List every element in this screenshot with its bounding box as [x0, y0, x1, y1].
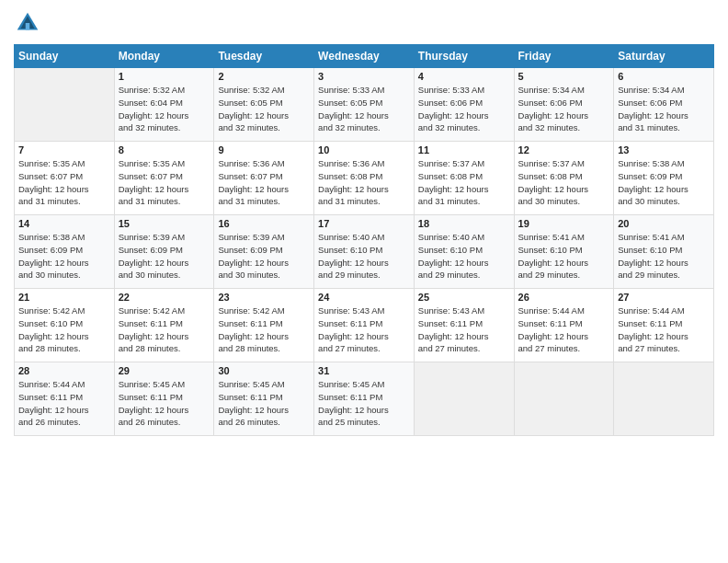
calendar-cell: 19Sunrise: 5:41 AMSunset: 6:10 PMDayligh…: [514, 215, 614, 289]
calendar-cell: 23Sunrise: 5:42 AMSunset: 6:11 PMDayligh…: [214, 289, 314, 362]
day-number: 15: [119, 218, 210, 229]
day-number: 13: [618, 144, 710, 155]
day-info: Sunrise: 5:36 AMSunset: 6:07 PMDaylight:…: [218, 157, 310, 208]
header-cell-sunday: Sunday: [15, 45, 115, 68]
calendar-cell: 11Sunrise: 5:37 AMSunset: 6:08 PMDayligh…: [414, 142, 514, 215]
day-number: 22: [119, 292, 210, 303]
day-info: Sunrise: 5:36 AMSunset: 6:08 PMDaylight:…: [318, 157, 410, 208]
day-info: Sunrise: 5:44 AMSunset: 6:11 PMDaylight:…: [18, 378, 110, 429]
calendar-cell: 13Sunrise: 5:38 AMSunset: 6:09 PMDayligh…: [614, 142, 714, 215]
calendar-cell: 14Sunrise: 5:38 AMSunset: 6:09 PMDayligh…: [15, 215, 115, 289]
calendar-cell: 26Sunrise: 5:44 AMSunset: 6:11 PMDayligh…: [514, 289, 614, 362]
day-number: 1: [119, 71, 210, 82]
header-cell-thursday: Thursday: [414, 45, 514, 68]
calendar-cell: 22Sunrise: 5:42 AMSunset: 6:11 PMDayligh…: [114, 289, 214, 362]
day-info: Sunrise: 5:33 AMSunset: 6:06 PMDaylight:…: [418, 84, 510, 134]
day-info: Sunrise: 5:42 AMSunset: 6:11 PMDaylight:…: [119, 304, 210, 355]
week-row-0: 1Sunrise: 5:32 AMSunset: 6:04 PMDaylight…: [15, 68, 714, 142]
day-number: 14: [18, 218, 110, 229]
header-cell-friday: Friday: [514, 45, 614, 68]
calendar-cell: [514, 362, 614, 436]
day-number: 29: [119, 365, 210, 376]
day-info: Sunrise: 5:40 AMSunset: 6:10 PMDaylight:…: [418, 231, 510, 282]
calendar-cell: 8Sunrise: 5:35 AMSunset: 6:07 PMDaylight…: [114, 142, 214, 215]
day-info: Sunrise: 5:41 AMSunset: 6:10 PMDaylight:…: [518, 231, 610, 282]
calendar-cell: [614, 362, 714, 436]
header-cell-saturday: Saturday: [614, 45, 714, 68]
calendar-cell: 4Sunrise: 5:33 AMSunset: 6:06 PMDaylight…: [414, 68, 514, 142]
calendar-cell: 21Sunrise: 5:42 AMSunset: 6:10 PMDayligh…: [15, 289, 115, 362]
day-info: Sunrise: 5:32 AMSunset: 6:05 PMDaylight:…: [218, 84, 310, 134]
day-info: Sunrise: 5:35 AMSunset: 6:07 PMDaylight:…: [18, 157, 110, 208]
day-info: Sunrise: 5:44 AMSunset: 6:11 PMDaylight:…: [518, 304, 610, 355]
calendar-cell: 9Sunrise: 5:36 AMSunset: 6:07 PMDaylight…: [214, 142, 314, 215]
day-number: 23: [218, 292, 310, 303]
calendar-cell: 5Sunrise: 5:34 AMSunset: 6:06 PMDaylight…: [514, 68, 614, 142]
day-info: Sunrise: 5:37 AMSunset: 6:08 PMDaylight:…: [518, 157, 610, 208]
calendar-cell: 6Sunrise: 5:34 AMSunset: 6:06 PMDaylight…: [614, 68, 714, 142]
day-info: Sunrise: 5:40 AMSunset: 6:10 PMDaylight:…: [318, 231, 410, 282]
header: [14, 9, 714, 37]
logo: [14, 9, 45, 37]
calendar-cell: 7Sunrise: 5:35 AMSunset: 6:07 PMDaylight…: [15, 142, 115, 215]
day-number: 10: [318, 144, 410, 155]
calendar-cell: [414, 362, 514, 436]
day-number: 30: [218, 365, 310, 376]
calendar-cell: 18Sunrise: 5:40 AMSunset: 6:10 PMDayligh…: [414, 215, 514, 289]
header-cell-monday: Monday: [114, 45, 214, 68]
week-row-3: 21Sunrise: 5:42 AMSunset: 6:10 PMDayligh…: [15, 289, 714, 362]
day-number: 21: [18, 292, 110, 303]
calendar-cell: 17Sunrise: 5:40 AMSunset: 6:10 PMDayligh…: [314, 215, 415, 289]
day-info: Sunrise: 5:39 AMSunset: 6:09 PMDaylight:…: [218, 231, 310, 282]
day-info: Sunrise: 5:44 AMSunset: 6:11 PMDaylight:…: [618, 304, 710, 355]
day-info: Sunrise: 5:38 AMSunset: 6:09 PMDaylight:…: [18, 231, 110, 282]
calendar-cell: 15Sunrise: 5:39 AMSunset: 6:09 PMDayligh…: [114, 215, 214, 289]
svg-rect-2: [26, 23, 30, 30]
header-cell-tuesday: Tuesday: [214, 45, 314, 68]
day-number: 27: [618, 292, 710, 303]
day-info: Sunrise: 5:42 AMSunset: 6:10 PMDaylight:…: [18, 304, 110, 355]
day-info: Sunrise: 5:35 AMSunset: 6:07 PMDaylight:…: [119, 157, 210, 208]
day-number: 31: [318, 365, 410, 376]
calendar-cell: 20Sunrise: 5:41 AMSunset: 6:10 PMDayligh…: [614, 215, 714, 289]
day-number: 4: [418, 71, 510, 82]
calendar-cell: 24Sunrise: 5:43 AMSunset: 6:11 PMDayligh…: [314, 289, 415, 362]
calendar-cell: 27Sunrise: 5:44 AMSunset: 6:11 PMDayligh…: [614, 289, 714, 362]
day-number: 28: [18, 365, 110, 376]
day-number: 9: [218, 144, 310, 155]
day-number: 3: [318, 71, 410, 82]
day-number: 20: [618, 218, 710, 229]
day-info: Sunrise: 5:38 AMSunset: 6:09 PMDaylight:…: [618, 157, 710, 208]
day-info: Sunrise: 5:33 AMSunset: 6:05 PMDaylight:…: [318, 84, 410, 134]
header-cell-wednesday: Wednesday: [314, 45, 415, 68]
day-number: 6: [618, 71, 710, 82]
calendar-cell: 3Sunrise: 5:33 AMSunset: 6:05 PMDaylight…: [314, 68, 415, 142]
day-number: 19: [518, 218, 610, 229]
day-number: 7: [18, 144, 110, 155]
day-number: 12: [518, 144, 610, 155]
week-row-4: 28Sunrise: 5:44 AMSunset: 6:11 PMDayligh…: [15, 362, 714, 436]
day-info: Sunrise: 5:32 AMSunset: 6:04 PMDaylight:…: [119, 84, 210, 134]
day-number: 17: [318, 218, 410, 229]
week-row-2: 14Sunrise: 5:38 AMSunset: 6:09 PMDayligh…: [15, 215, 714, 289]
logo-icon: [14, 9, 41, 37]
day-info: Sunrise: 5:37 AMSunset: 6:08 PMDaylight:…: [418, 157, 510, 208]
day-info: Sunrise: 5:42 AMSunset: 6:11 PMDaylight:…: [218, 304, 310, 355]
calendar-cell: 12Sunrise: 5:37 AMSunset: 6:08 PMDayligh…: [514, 142, 614, 215]
calendar-cell: 2Sunrise: 5:32 AMSunset: 6:05 PMDaylight…: [214, 68, 314, 142]
calendar-cell: 1Sunrise: 5:32 AMSunset: 6:04 PMDaylight…: [114, 68, 214, 142]
day-number: 24: [318, 292, 410, 303]
calendar-cell: 25Sunrise: 5:43 AMSunset: 6:11 PMDayligh…: [414, 289, 514, 362]
day-info: Sunrise: 5:41 AMSunset: 6:10 PMDaylight:…: [618, 231, 710, 282]
calendar-table: SundayMondayTuesdayWednesdayThursdayFrid…: [14, 44, 714, 436]
day-number: 11: [418, 144, 510, 155]
week-row-1: 7Sunrise: 5:35 AMSunset: 6:07 PMDaylight…: [15, 142, 714, 215]
page: SundayMondayTuesdayWednesdayThursdayFrid…: [0, 0, 728, 563]
day-number: 8: [119, 144, 210, 155]
day-number: 2: [218, 71, 310, 82]
day-info: Sunrise: 5:43 AMSunset: 6:11 PMDaylight:…: [418, 304, 510, 355]
day-info: Sunrise: 5:34 AMSunset: 6:06 PMDaylight:…: [518, 84, 610, 134]
calendar-cell: 29Sunrise: 5:45 AMSunset: 6:11 PMDayligh…: [114, 362, 214, 436]
day-info: Sunrise: 5:45 AMSunset: 6:11 PMDaylight:…: [318, 378, 410, 429]
day-info: Sunrise: 5:39 AMSunset: 6:09 PMDaylight:…: [119, 231, 210, 282]
